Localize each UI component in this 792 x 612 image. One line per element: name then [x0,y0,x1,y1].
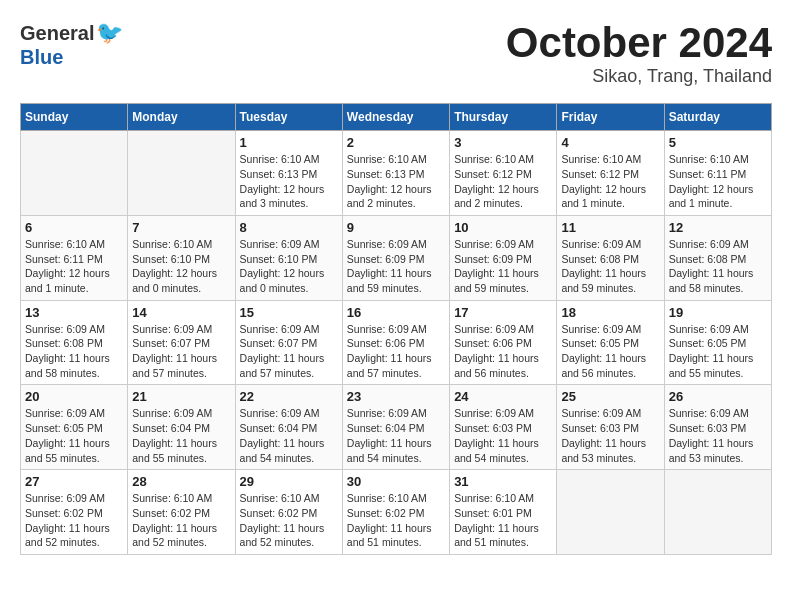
cell-info: Sunrise: 6:09 AMSunset: 6:03 PMDaylight:… [561,406,659,465]
cell-info: Sunrise: 6:09 AMSunset: 6:03 PMDaylight:… [454,406,552,465]
calendar-cell: 5Sunrise: 6:10 AMSunset: 6:11 PMDaylight… [664,131,771,216]
day-number: 28 [132,474,230,489]
cell-info: Sunrise: 6:09 AMSunset: 6:10 PMDaylight:… [240,237,338,296]
day-number: 8 [240,220,338,235]
cell-info: Sunrise: 6:10 AMSunset: 6:02 PMDaylight:… [347,491,445,550]
day-number: 24 [454,389,552,404]
day-number: 9 [347,220,445,235]
calendar-cell: 7Sunrise: 6:10 AMSunset: 6:10 PMDaylight… [128,215,235,300]
day-number: 22 [240,389,338,404]
calendar-cell: 30Sunrise: 6:10 AMSunset: 6:02 PMDayligh… [342,470,449,555]
calendar-table: SundayMondayTuesdayWednesdayThursdayFrid… [20,103,772,555]
weekday-header-sunday: Sunday [21,104,128,131]
page-header: General 🐦 Blue October 2024 Sikao, Trang… [20,20,772,87]
cell-info: Sunrise: 6:09 AMSunset: 6:09 PMDaylight:… [347,237,445,296]
day-number: 7 [132,220,230,235]
cell-info: Sunrise: 6:10 AMSunset: 6:10 PMDaylight:… [132,237,230,296]
calendar-week-3: 13Sunrise: 6:09 AMSunset: 6:08 PMDayligh… [21,300,772,385]
calendar-week-5: 27Sunrise: 6:09 AMSunset: 6:02 PMDayligh… [21,470,772,555]
cell-info: Sunrise: 6:10 AMSunset: 6:12 PMDaylight:… [454,152,552,211]
cell-info: Sunrise: 6:09 AMSunset: 6:05 PMDaylight:… [25,406,123,465]
cell-info: Sunrise: 6:09 AMSunset: 6:05 PMDaylight:… [669,322,767,381]
calendar-cell: 20Sunrise: 6:09 AMSunset: 6:05 PMDayligh… [21,385,128,470]
cell-info: Sunrise: 6:09 AMSunset: 6:09 PMDaylight:… [454,237,552,296]
day-number: 3 [454,135,552,150]
calendar-cell: 18Sunrise: 6:09 AMSunset: 6:05 PMDayligh… [557,300,664,385]
day-number: 17 [454,305,552,320]
calendar-cell: 12Sunrise: 6:09 AMSunset: 6:08 PMDayligh… [664,215,771,300]
cell-info: Sunrise: 6:09 AMSunset: 6:02 PMDaylight:… [25,491,123,550]
day-number: 26 [669,389,767,404]
calendar-cell: 29Sunrise: 6:10 AMSunset: 6:02 PMDayligh… [235,470,342,555]
day-number: 18 [561,305,659,320]
cell-info: Sunrise: 6:10 AMSunset: 6:02 PMDaylight:… [240,491,338,550]
day-number: 13 [25,305,123,320]
weekday-header-row: SundayMondayTuesdayWednesdayThursdayFrid… [21,104,772,131]
day-number: 14 [132,305,230,320]
calendar-cell: 10Sunrise: 6:09 AMSunset: 6:09 PMDayligh… [450,215,557,300]
calendar-cell: 24Sunrise: 6:09 AMSunset: 6:03 PMDayligh… [450,385,557,470]
cell-info: Sunrise: 6:09 AMSunset: 6:05 PMDaylight:… [561,322,659,381]
day-number: 25 [561,389,659,404]
weekday-header-tuesday: Tuesday [235,104,342,131]
calendar-cell [557,470,664,555]
logo-bird-icon: 🐦 [96,20,123,46]
calendar-week-4: 20Sunrise: 6:09 AMSunset: 6:05 PMDayligh… [21,385,772,470]
day-number: 12 [669,220,767,235]
cell-info: Sunrise: 6:09 AMSunset: 6:07 PMDaylight:… [240,322,338,381]
calendar-week-1: 1Sunrise: 6:10 AMSunset: 6:13 PMDaylight… [21,131,772,216]
day-number: 20 [25,389,123,404]
day-number: 10 [454,220,552,235]
day-number: 29 [240,474,338,489]
day-number: 5 [669,135,767,150]
day-number: 15 [240,305,338,320]
day-number: 2 [347,135,445,150]
month-title: October 2024 [506,20,772,66]
logo-general-text: General [20,22,94,45]
weekday-header-monday: Monday [128,104,235,131]
cell-info: Sunrise: 6:10 AMSunset: 6:12 PMDaylight:… [561,152,659,211]
calendar-cell: 27Sunrise: 6:09 AMSunset: 6:02 PMDayligh… [21,470,128,555]
weekday-header-wednesday: Wednesday [342,104,449,131]
calendar-cell: 13Sunrise: 6:09 AMSunset: 6:08 PMDayligh… [21,300,128,385]
calendar-cell: 9Sunrise: 6:09 AMSunset: 6:09 PMDaylight… [342,215,449,300]
cell-info: Sunrise: 6:09 AMSunset: 6:03 PMDaylight:… [669,406,767,465]
cell-info: Sunrise: 6:10 AMSunset: 6:11 PMDaylight:… [669,152,767,211]
calendar-cell: 4Sunrise: 6:10 AMSunset: 6:12 PMDaylight… [557,131,664,216]
day-number: 27 [25,474,123,489]
cell-info: Sunrise: 6:10 AMSunset: 6:01 PMDaylight:… [454,491,552,550]
calendar-cell: 3Sunrise: 6:10 AMSunset: 6:12 PMDaylight… [450,131,557,216]
day-number: 30 [347,474,445,489]
calendar-cell: 23Sunrise: 6:09 AMSunset: 6:04 PMDayligh… [342,385,449,470]
day-number: 4 [561,135,659,150]
cell-info: Sunrise: 6:10 AMSunset: 6:13 PMDaylight:… [240,152,338,211]
day-number: 1 [240,135,338,150]
logo: General 🐦 Blue [20,20,123,69]
cell-info: Sunrise: 6:10 AMSunset: 6:02 PMDaylight:… [132,491,230,550]
weekday-header-thursday: Thursday [450,104,557,131]
cell-info: Sunrise: 6:09 AMSunset: 6:07 PMDaylight:… [132,322,230,381]
weekday-header-saturday: Saturday [664,104,771,131]
calendar-cell: 21Sunrise: 6:09 AMSunset: 6:04 PMDayligh… [128,385,235,470]
cell-info: Sunrise: 6:09 AMSunset: 6:08 PMDaylight:… [669,237,767,296]
location-title: Sikao, Trang, Thailand [506,66,772,87]
cell-info: Sunrise: 6:09 AMSunset: 6:04 PMDaylight:… [347,406,445,465]
day-number: 31 [454,474,552,489]
calendar-cell: 19Sunrise: 6:09 AMSunset: 6:05 PMDayligh… [664,300,771,385]
cell-info: Sunrise: 6:09 AMSunset: 6:08 PMDaylight:… [25,322,123,381]
calendar-cell: 6Sunrise: 6:10 AMSunset: 6:11 PMDaylight… [21,215,128,300]
cell-info: Sunrise: 6:09 AMSunset: 6:08 PMDaylight:… [561,237,659,296]
calendar-cell: 17Sunrise: 6:09 AMSunset: 6:06 PMDayligh… [450,300,557,385]
day-number: 11 [561,220,659,235]
calendar-cell: 11Sunrise: 6:09 AMSunset: 6:08 PMDayligh… [557,215,664,300]
calendar-cell: 8Sunrise: 6:09 AMSunset: 6:10 PMDaylight… [235,215,342,300]
calendar-cell [21,131,128,216]
day-number: 6 [25,220,123,235]
day-number: 19 [669,305,767,320]
calendar-cell [128,131,235,216]
calendar-cell: 16Sunrise: 6:09 AMSunset: 6:06 PMDayligh… [342,300,449,385]
calendar-cell: 25Sunrise: 6:09 AMSunset: 6:03 PMDayligh… [557,385,664,470]
weekday-header-friday: Friday [557,104,664,131]
cell-info: Sunrise: 6:10 AMSunset: 6:13 PMDaylight:… [347,152,445,211]
logo-blue-text: Blue [20,46,63,69]
